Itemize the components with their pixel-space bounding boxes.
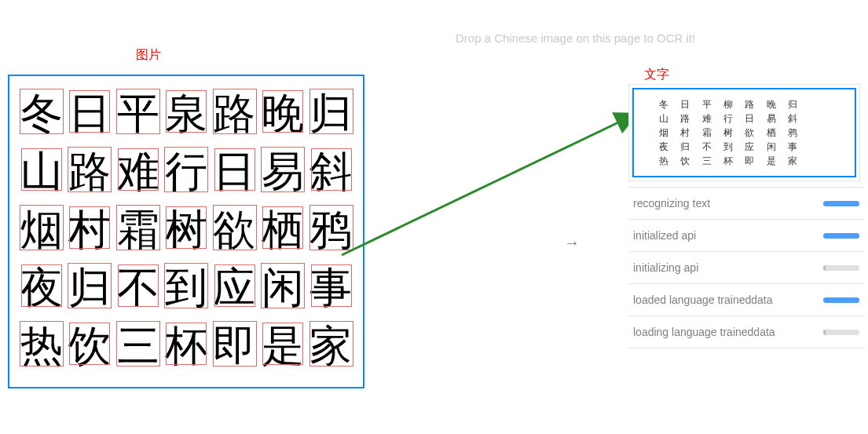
char-cell: 烟 (17, 202, 65, 258)
ocr-result-panel: 冬 日 平 柳 路 晚 归山 路 难 行 日 易 斜烟 村 霜 树 欲 栖 鸦夜… (628, 84, 860, 181)
char-cell: 鸦 (307, 202, 355, 258)
progress-bar (823, 297, 859, 303)
char-glyph: 栖 (262, 209, 304, 251)
text-label: 文字 (644, 67, 669, 83)
progress-bar (823, 265, 859, 271)
char-cell: 归 (307, 86, 355, 142)
image-label: 图片 (136, 47, 161, 64)
progress-label: loaded language traineddata (633, 294, 773, 306)
char-glyph: 不 (117, 267, 159, 309)
char-cell: 栖 (258, 202, 306, 258)
char-cell: 杯 (162, 318, 210, 374)
result-line: 冬 日 平 柳 路 晚 归 (659, 97, 830, 111)
char-glyph: 村 (68, 209, 111, 251)
char-cell: 行 (162, 144, 210, 200)
char-glyph: 到 (165, 267, 207, 309)
char-glyph: 鸦 (309, 209, 352, 251)
ocr-result-box: 冬 日 平 柳 路 晚 归山 路 难 行 日 易 斜烟 村 霜 树 欲 栖 鸦夜… (632, 88, 856, 177)
char-cell: 闲 (258, 260, 306, 316)
progress-fill (823, 265, 826, 271)
conversion-arrow-icon (338, 102, 652, 259)
char-glyph: 路 (213, 93, 255, 135)
char-cell: 平 (114, 86, 162, 142)
char-cell: 归 (65, 260, 113, 316)
char-glyph: 霜 (117, 209, 159, 251)
char-row: 冬日平泉路晚归 (17, 86, 355, 142)
progress-label: initialized api (633, 229, 696, 242)
progress-fill (823, 297, 859, 303)
char-cell: 三 (114, 318, 162, 374)
char-glyph: 树 (165, 209, 207, 251)
char-glyph: 应 (213, 267, 255, 309)
char-glyph: 行 (165, 151, 207, 193)
char-cell: 日 (65, 86, 113, 142)
char-glyph: 夜 (20, 267, 63, 309)
char-cell: 易 (258, 144, 306, 200)
char-glyph: 欲 (213, 209, 255, 251)
char-glyph: 山 (20, 151, 63, 193)
char-glyph: 路 (68, 151, 111, 193)
char-glyph: 日 (68, 93, 111, 135)
progress-fill (823, 330, 826, 335)
char-row: 热饮三杯即是家 (17, 318, 355, 374)
char-row: 山路难行日易斜 (17, 144, 355, 200)
progress-bar (823, 201, 859, 206)
char-glyph: 三 (117, 325, 159, 367)
char-cell: 冬 (17, 86, 65, 142)
progress-label: recognizing text (633, 197, 710, 210)
char-cell: 路 (211, 86, 258, 142)
char-cell: 欲 (211, 202, 258, 258)
char-glyph: 平 (117, 93, 159, 135)
char-glyph: 饮 (68, 325, 111, 367)
char-glyph: 难 (117, 151, 159, 193)
char-cell: 泉 (162, 86, 210, 142)
drop-hint: Drop a Chinese image on this page to OCR… (456, 31, 695, 45)
char-glyph: 热 (20, 325, 63, 367)
progress-label: initializing api (633, 261, 698, 274)
char-cell: 饮 (65, 318, 113, 374)
char-cell: 夜 (17, 260, 65, 316)
char-cell: 山 (17, 144, 65, 200)
char-cell: 日 (211, 144, 258, 200)
char-cell: 路 (65, 144, 113, 200)
char-cell: 家 (307, 318, 355, 374)
char-cell: 到 (162, 260, 210, 316)
char-cell: 难 (114, 144, 162, 200)
progress-label: loading language traineddata (633, 326, 775, 338)
char-cell: 不 (114, 260, 162, 316)
source-image-panel[interactable]: 冬日平泉路晚归山路难行日易斜烟村霜树欲栖鸦夜归不到应闲事热饮三杯即是家 (8, 75, 364, 388)
arrow-icon: → (564, 234, 580, 252)
char-glyph: 杯 (165, 325, 207, 367)
char-glyph: 家 (309, 325, 352, 367)
char-cell: 是 (258, 318, 306, 374)
char-cell: 晚 (258, 86, 306, 142)
char-glyph: 日 (213, 151, 255, 193)
progress-row: initialized api (628, 219, 864, 251)
result-line: 热 饮 三 杯 即 是 家 (659, 154, 830, 168)
progress-row: initializing api (628, 251, 864, 283)
char-glyph: 闲 (262, 267, 304, 309)
char-grid: 冬日平泉路晚归山路难行日易斜烟村霜树欲栖鸦夜归不到应闲事热饮三杯即是家 (17, 86, 355, 374)
progress-fill (823, 233, 859, 239)
char-glyph: 晚 (262, 93, 304, 135)
char-glyph: 斜 (309, 151, 352, 193)
char-glyph: 易 (262, 151, 304, 193)
char-cell: 村 (65, 202, 113, 258)
progress-row: loaded language traineddata (628, 283, 864, 315)
result-line: 烟 村 霜 树 欲 栖 鸦 (659, 126, 830, 140)
progress-row: recognizing text (628, 187, 864, 219)
char-glyph: 事 (309, 267, 352, 309)
progress-list: recognizing textinitialized apiinitializ… (628, 187, 864, 348)
char-cell: 斜 (307, 144, 355, 200)
char-glyph: 是 (262, 325, 304, 367)
char-glyph: 归 (309, 93, 352, 135)
progress-bar (823, 233, 859, 239)
result-line: 山 路 难 行 日 易 斜 (659, 111, 830, 126)
char-glyph: 冬 (20, 93, 63, 135)
char-row: 烟村霜树欲栖鸦 (17, 202, 355, 258)
progress-fill (823, 201, 859, 206)
progress-row: loading language traineddata (628, 315, 864, 348)
svg-line-0 (342, 114, 636, 255)
char-cell: 树 (162, 202, 210, 258)
char-glyph: 泉 (165, 93, 207, 135)
